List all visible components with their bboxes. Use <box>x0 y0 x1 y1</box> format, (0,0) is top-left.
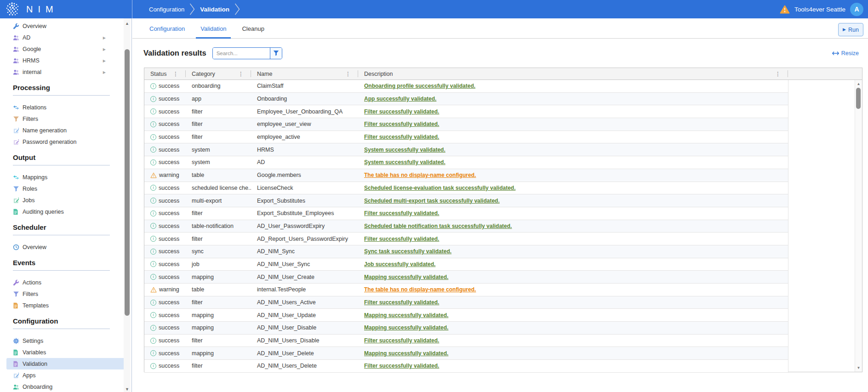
description-link[interactable]: Sync task successfully validated. <box>364 248 451 255</box>
arrows-icon <box>13 174 20 181</box>
status-label: success <box>159 363 179 369</box>
description-link[interactable]: Mapping successfully validated. <box>364 350 448 357</box>
sidebar-item-internal[interactable]: internal▶ <box>0 66 131 78</box>
sidebar-item-name-generation[interactable]: Name generation <box>0 125 131 136</box>
gear-icon <box>13 338 20 344</box>
sidebar-item-label: Settings <box>23 338 43 344</box>
description-link[interactable]: System successfully validated. <box>364 159 445 165</box>
chevron-right-icon[interactable]: ▶ <box>103 47 106 51</box>
column-header-name[interactable]: Name⋮ <box>251 68 358 80</box>
description-link[interactable]: Scheduled license-evaluation task succes… <box>364 185 515 191</box>
sidebar-item-roles[interactable]: Roles <box>0 183 131 194</box>
cell-category: sync <box>186 245 251 258</box>
sidebar-item-relations[interactable]: Relations <box>0 102 131 113</box>
tab-validation[interactable]: Validation <box>196 18 231 39</box>
chevron-right-icon[interactable]: ▶ <box>103 35 106 40</box>
description-link[interactable]: Filter successfully validated. <box>364 210 439 216</box>
sidebar-item-hrms[interactable]: HRMS▶ <box>0 55 131 66</box>
breadcrumb-item-configuration[interactable]: Configuration <box>145 6 188 13</box>
cell-category: filter <box>186 207 251 220</box>
sidebar-item-label: internal <box>23 69 41 75</box>
column-menu-icon[interactable]: ⋮ <box>173 71 178 77</box>
sidebar-item-filters[interactable]: Filters <box>0 288 131 300</box>
sidebar-item-mappings[interactable]: Mappings <box>0 171 131 183</box>
chevron-right-icon[interactable]: ▶ <box>103 70 106 74</box>
sidebar-item-onboarding[interactable]: Onboarding <box>0 381 131 392</box>
column-header-description[interactable]: Description⋮ <box>358 68 788 80</box>
description-link[interactable]: Scheduled table notification task succes… <box>364 223 512 229</box>
sidebar-item-apps[interactable]: Apps <box>0 369 131 381</box>
warning-icon[interactable] <box>780 5 790 14</box>
warning-triangle-icon <box>150 287 157 293</box>
description-link[interactable]: App successfully validated. <box>364 96 436 102</box>
column-menu-icon[interactable]: ⋮ <box>345 71 351 77</box>
cell-name: AD_Report_Users_PasswordExpiry <box>251 233 358 245</box>
table-scrollbar[interactable]: ▲ ▼ <box>855 80 862 372</box>
app-logo[interactable]: NIM <box>0 2 132 17</box>
column-header-status[interactable]: Status⋮ <box>144 68 186 80</box>
sidebar-item-variables[interactable]: Variables <box>0 347 131 358</box>
description-link[interactable]: Filter successfully validated. <box>364 121 439 127</box>
description-link[interactable]: Job successfully validated. <box>364 261 435 267</box>
sidebar-item-templates[interactable]: Templates <box>0 300 131 311</box>
cell-category: table <box>186 284 251 296</box>
column-menu-icon[interactable]: ⋮ <box>775 71 781 77</box>
cell-description: Scheduled table notification task succes… <box>358 220 788 233</box>
sidebar-item-jobs[interactable]: Jobs <box>0 194 131 206</box>
description-link[interactable]: Scheduled multi-export task successfully… <box>364 198 500 204</box>
tab-cleanup[interactable]: Cleanup <box>237 18 268 39</box>
table-row: isuccessmulti-exportExport_SubstitutesSc… <box>144 194 788 207</box>
tab-configuration[interactable]: Configuration <box>145 18 189 39</box>
sidebar-item-overview[interactable]: Overview <box>0 241 131 253</box>
cell-category: filter <box>186 105 251 118</box>
section-divider <box>13 329 110 329</box>
search-input[interactable] <box>213 48 270 59</box>
description-link[interactable]: Onboarding profile successfully validate… <box>364 83 475 89</box>
cell-description: Filter successfully validated. <box>358 335 788 347</box>
avatar[interactable]: A <box>850 3 863 16</box>
scroll-up-icon[interactable]: ▲ <box>124 21 131 26</box>
status-label: warning <box>159 286 179 293</box>
sidebar-item-validation[interactable]: Validation <box>6 358 125 369</box>
description-link[interactable]: Mapping successfully validated. <box>364 324 448 331</box>
sidebar-item-overview[interactable]: Overview <box>0 20 131 32</box>
scrollbar-thumb[interactable] <box>856 88 861 109</box>
search-filter-button[interactable] <box>270 48 282 59</box>
sidebar-item-label: Relations <box>23 104 46 111</box>
scroll-up-icon[interactable]: ▲ <box>855 82 862 86</box>
column-header-category[interactable]: Category⋮ <box>186 68 251 80</box>
chevron-right-icon[interactable]: ▶ <box>103 58 106 62</box>
breadcrumb-item-validation[interactable]: Validation <box>196 6 234 13</box>
scrollbar-thumb[interactable] <box>125 49 130 316</box>
description-link[interactable]: The table has no display-name configured… <box>364 286 476 293</box>
sidebar-scrollbar[interactable]: ▲ ▼ <box>124 18 131 392</box>
description-link[interactable]: Filter successfully validated. <box>364 363 439 369</box>
resize-link[interactable]: Resize <box>832 50 859 57</box>
run-button[interactable]: ▶ Run <box>838 23 863 36</box>
sidebar-item-auditing-queries[interactable]: Auditing queries <box>0 206 131 217</box>
scroll-down-icon[interactable]: ▼ <box>855 366 862 370</box>
description-link[interactable]: Mapping successfully validated. <box>364 312 448 318</box>
description-link[interactable]: Filter successfully validated. <box>364 108 439 115</box>
description-link[interactable]: The table has no display-name configured… <box>364 172 476 178</box>
cell-status: isuccess <box>144 360 186 372</box>
table-row: isuccesssystemADSystem successfully vali… <box>144 156 788 169</box>
pencil-icon <box>13 139 20 145</box>
sidebar-item-google[interactable]: Google▶ <box>0 43 131 55</box>
sidebar-item-label: Overview <box>23 244 46 250</box>
scroll-down-icon[interactable]: ▼ <box>124 387 131 392</box>
sidebar-item-filters[interactable]: Filters <box>0 113 131 125</box>
description-link[interactable]: Mapping successfully validated. <box>364 274 448 280</box>
sidebar-item-settings[interactable]: Settings <box>0 335 131 347</box>
status-label: success <box>159 159 179 165</box>
description-link[interactable]: Filter successfully validated. <box>364 236 439 242</box>
top-header: NIM ConfigurationValidation Tools4ever S… <box>0 0 868 18</box>
sidebar-item-ad[interactable]: AD▶ <box>0 32 131 43</box>
description-link[interactable]: Filter successfully validated. <box>364 134 439 140</box>
sidebar-item-password-generation[interactable]: Password generation <box>0 136 131 148</box>
column-menu-icon[interactable]: ⋮ <box>238 71 244 77</box>
description-link[interactable]: Filter successfully validated. <box>364 337 439 344</box>
sidebar-item-actions[interactable]: Actions <box>0 277 131 288</box>
description-link[interactable]: Filter successfully validated. <box>364 299 439 306</box>
description-link[interactable]: System successfully validated. <box>364 147 445 153</box>
